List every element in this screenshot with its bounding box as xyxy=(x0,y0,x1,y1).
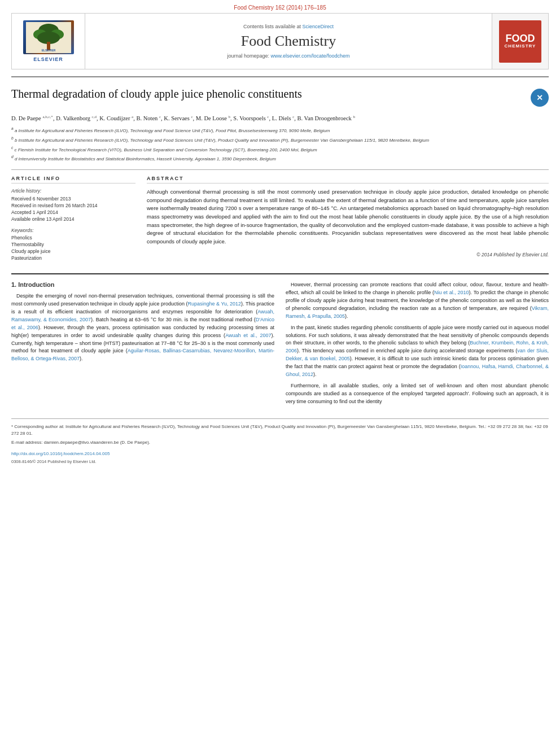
fc-logo-food: FOOD xyxy=(506,33,535,43)
ref-niu[interactable]: Niu et al., 2010 xyxy=(434,290,469,295)
available-date: Available online 13 April 2014 xyxy=(11,216,135,222)
affiliation-d: d d Interuniversity Institute for Biosta… xyxy=(11,154,549,163)
journal-header-center: Contents lists available at ScienceDirec… xyxy=(85,14,492,69)
intro-para-4: Furthermore, in all available studies, o… xyxy=(286,382,549,406)
crossmark-icon: ✕ xyxy=(536,93,543,102)
authors-line: D. De Paepe a,b,c,*, D. Valkenborg c,d, … xyxy=(11,113,549,123)
abstract-heading: ABSTRACT xyxy=(147,176,549,184)
authors-text: D. De Paepe a,b,c,*, D. Valkenborg c,d, … xyxy=(11,115,355,121)
sciencedirect-link-text: ScienceDirect xyxy=(303,24,334,29)
ref-rupasinghe[interactable]: Rupasinghe & Yu, 2012 xyxy=(188,301,242,307)
affiliations: a a Institute for Agricultural and Fishe… xyxy=(11,126,549,163)
article-info-column: ARTICLE INFO Article history: Received 6… xyxy=(11,176,135,262)
elsevier-tree-svg: ELSEVIER xyxy=(26,22,71,53)
sciencedirect-prefix: Contents lists available at xyxy=(243,24,301,29)
svg-text:ELSEVIER: ELSEVIER xyxy=(41,49,55,52)
elsevier-logo: ELSEVIER ELSEVIER xyxy=(23,20,74,62)
abstract-column: ABSTRACT Although conventional thermal p… xyxy=(147,176,549,262)
affiliation-a: a a Institute for Agricultural and Fishe… xyxy=(11,126,549,134)
affiliation-c: c c Flemish Institute for Technological … xyxy=(11,145,549,154)
intro-text-left: Despite the emerging of novel non-therma… xyxy=(11,292,274,363)
sciencedirect-line: Contents lists available at ScienceDirec… xyxy=(243,24,334,29)
body-columns: 1. Introduction Despite the emerging of … xyxy=(11,281,549,409)
journal-header: ELSEVIER ELSEVIER Contents lists availab… xyxy=(11,13,549,69)
email-link[interactable]: damien.depaepe@ilvo.vlaanderen.be xyxy=(44,440,119,445)
crossmark-badge[interactable]: ✕ xyxy=(531,89,549,107)
food-chemistry-logo: FOOD CHEMISTRY xyxy=(499,20,541,63)
main-content: Thermal degradation of cloudy apple juic… xyxy=(11,86,549,465)
copyright-line: © 2014 Published by Elsevier Ltd. xyxy=(147,252,549,257)
homepage-prefix: journal homepage: xyxy=(227,53,270,59)
info-abstract-columns: ARTICLE INFO Article history: Received 6… xyxy=(11,176,549,262)
journal-title: Food Chemistry xyxy=(241,33,336,50)
homepage-url[interactable]: www.elsevier.com/locate/foodchem xyxy=(271,53,350,59)
elsevier-logo-image: ELSEVIER xyxy=(23,20,74,54)
accepted-date: Accepted 1 April 2014 xyxy=(11,209,135,215)
body-col-left: 1. Introduction Despite the emerging of … xyxy=(11,281,274,409)
ref-vikram[interactable]: Vikram, Ramesh, & Prapulla, 2005 xyxy=(286,305,549,319)
ref-ioannou[interactable]: Ioannou, Hafsa, Hamdi, Charbonnel, & Gho… xyxy=(286,364,549,377)
elsevier-text: ELSEVIER xyxy=(23,56,74,62)
intro-heading: 1. Introduction xyxy=(11,281,274,288)
ref-awuah2[interactable]: Awuah et al., 2007 xyxy=(225,333,271,338)
journal-citation: Food Chemistry 162 (2014) 176–185 xyxy=(0,0,560,13)
doi-line[interactable]: http://dx.doi.org/10.1016/j.foodchem.201… xyxy=(11,451,549,457)
citation-text: Food Chemistry 162 (2014) 176–185 xyxy=(234,5,326,11)
header-separator xyxy=(11,76,549,77)
ref-buchner[interactable]: Buchner, Krumbein, Rohn, & Kroh, 2006 xyxy=(286,340,549,353)
journal-logo-right: FOOD CHEMISTRY xyxy=(492,14,548,69)
affiliation-b: b b Institute for Agricultural and Fishe… xyxy=(11,136,549,144)
keyword-3: Cloudy apple juice xyxy=(11,248,135,254)
keyword-4: Pasteurization xyxy=(11,255,135,261)
issn-line: 0308-8146/© 2014 Published by Elsevier L… xyxy=(11,458,549,465)
intro-para-3: In the past, kinetic studies regarding p… xyxy=(286,324,549,379)
keyword-1: Phenolics xyxy=(11,235,135,241)
ref-awuah1[interactable]: Awuah, Ramaswamy, & Economides, 2007 xyxy=(11,309,274,322)
ref-aguilar[interactable]: Aguilar-Rosas, Ballinas-Casarrubias, Nev… xyxy=(11,348,274,361)
intro-para-2: However, thermal processing can promote … xyxy=(286,281,549,321)
article-info-heading: ARTICLE INFO xyxy=(11,176,135,184)
keywords-label: Keywords: xyxy=(11,228,135,233)
keyword-2: Thermostability xyxy=(11,242,135,247)
received-date: Received 6 November 2013 xyxy=(11,196,135,202)
abstract-text: Although conventional thermal processing… xyxy=(147,188,549,246)
footnote-email: E-mail address: damien.depaepe@ilvo.vlaa… xyxy=(11,439,549,446)
revised-date: Received in revised form 26 March 2014 xyxy=(11,203,135,208)
fc-logo-chemistry: CHEMISTRY xyxy=(505,43,536,49)
intro-text-right: However, thermal processing can promote … xyxy=(286,281,549,406)
body-section: 1. Introduction Despite the emerging of … xyxy=(11,273,549,409)
info-abstract-divider xyxy=(11,169,549,170)
footnote-corresponding: * Corresponding author at: Institute for… xyxy=(11,423,549,437)
footnotes: * Corresponding author at: Institute for… xyxy=(11,418,549,465)
elsevier-logo-section: ELSEVIER ELSEVIER xyxy=(12,14,85,69)
ref-vandersluis[interactable]: van der Sluis, Dekker, & van Boekel, 200… xyxy=(286,348,549,361)
history-label: Article history: xyxy=(11,188,135,194)
intro-para-1: Despite the emerging of novel non-therma… xyxy=(11,292,274,363)
page-wrapper: Food Chemistry 162 (2014) 176–185 ELSEVI… xyxy=(0,0,560,465)
journal-homepage: journal homepage: www.elsevier.com/locat… xyxy=(227,53,349,59)
body-col-right: However, thermal processing can promote … xyxy=(286,281,549,409)
article-title: Thermal degradation of cloudy apple juic… xyxy=(11,86,525,101)
